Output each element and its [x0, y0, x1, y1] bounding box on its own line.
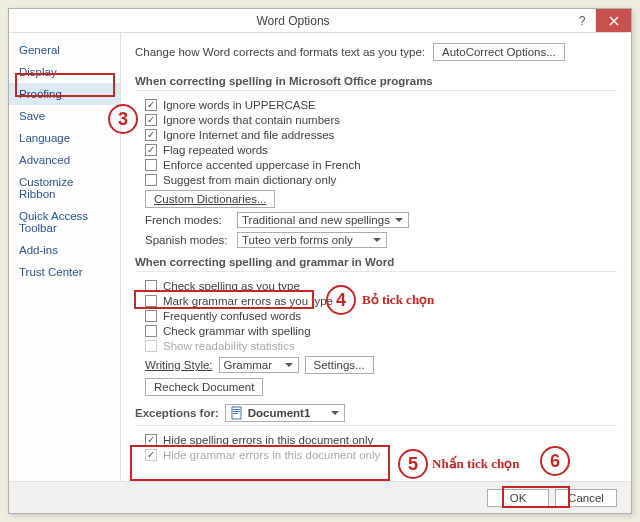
checkbox-icon — [145, 340, 157, 352]
sidebar-item-display[interactable]: Display — [9, 61, 120, 83]
word-options-window: Word Options ? General Display Proofing … — [8, 8, 632, 514]
checkbox-icon — [145, 310, 157, 322]
checkbox-icon — [145, 99, 157, 111]
writing-style-select[interactable]: Grammar — [219, 357, 299, 373]
section2-title: When correcting spelling and grammar in … — [135, 256, 617, 272]
custom-dictionaries-button[interactable]: Custom Dictionaries... — [145, 190, 275, 208]
close-button[interactable] — [595, 9, 631, 32]
document-icon — [230, 406, 244, 420]
french-modes-select[interactable]: Traditional and new spellings — [237, 212, 409, 228]
spanish-modes-row: Spanish modes: Tuteo verb forms only — [145, 232, 617, 248]
sidebar-item-qat[interactable]: Quick Access Toolbar — [9, 205, 120, 239]
dialog-body: General Display Proofing Save Language A… — [9, 33, 631, 481]
spanish-modes-label: Spanish modes: — [145, 234, 231, 246]
sidebar-item-proofing[interactable]: Proofing — [9, 83, 120, 105]
check-hide-grammar-doc: Hide grammar errors in this document onl… — [145, 449, 617, 461]
settings-button[interactable]: Settings... — [305, 356, 374, 374]
exceptions-for-select[interactable]: Document1 — [225, 404, 345, 422]
writing-style-row: Writing Style: Grammar Settings... — [145, 356, 617, 374]
check-mark-grammar[interactable]: Mark grammar errors as you type — [145, 295, 617, 307]
checkbox-icon — [145, 325, 157, 337]
checkbox-icon — [145, 144, 157, 156]
checkbox-icon — [145, 449, 157, 461]
french-modes-label: French modes: — [145, 214, 231, 226]
content-pane: Change how Word corrects and formats tex… — [121, 33, 631, 481]
sidebar-item-advanced[interactable]: Advanced — [9, 149, 120, 171]
check-hide-spelling-doc[interactable]: Hide spelling errors in this document on… — [145, 434, 617, 446]
sidebar: General Display Proofing Save Language A… — [9, 33, 121, 481]
recheck-document-button[interactable]: Recheck Document — [145, 378, 263, 396]
checkbox-icon — [145, 114, 157, 126]
check-confused-words[interactable]: Frequently confused words — [145, 310, 617, 322]
check-readability: Show readability statistics — [145, 340, 617, 352]
svg-rect-3 — [233, 409, 240, 410]
check-ignore-numbers[interactable]: Ignore words that contain numbers — [145, 114, 617, 126]
section3-title: Exceptions for: Document1 — [135, 404, 617, 426]
checkbox-icon — [145, 434, 157, 446]
check-accented-french[interactable]: Enforce accented uppercase in French — [145, 159, 617, 171]
sidebar-item-customize-ribbon[interactable]: Customize Ribbon — [9, 171, 120, 205]
checkbox-icon — [145, 280, 157, 292]
checkbox-icon — [145, 174, 157, 186]
cancel-button[interactable]: Cancel — [555, 489, 617, 507]
check-ignore-uppercase[interactable]: Ignore words in UPPERCASE — [145, 99, 617, 111]
autocorrect-row: Change how Word corrects and formats tex… — [135, 43, 617, 61]
window-controls: ? — [569, 9, 631, 32]
titlebar: Word Options ? — [9, 9, 631, 33]
section1-title: When correcting spelling in Microsoft Of… — [135, 75, 617, 91]
checkbox-icon — [145, 159, 157, 171]
sidebar-item-save[interactable]: Save — [9, 105, 120, 127]
checkbox-icon — [145, 295, 157, 307]
sidebar-item-addins[interactable]: Add-ins — [9, 239, 120, 261]
check-flag-repeated[interactable]: Flag repeated words — [145, 144, 617, 156]
check-grammar-spelling[interactable]: Check grammar with spelling — [145, 325, 617, 337]
svg-rect-5 — [233, 413, 238, 414]
spanish-modes-select[interactable]: Tuteo verb forms only — [237, 232, 387, 248]
window-title: Word Options — [17, 14, 569, 28]
check-main-dictionary[interactable]: Suggest from main dictionary only — [145, 174, 617, 186]
close-icon — [609, 16, 619, 26]
autocorrect-options-button[interactable]: AutoCorrect Options... — [433, 43, 565, 61]
help-icon[interactable]: ? — [569, 9, 595, 32]
writing-style-label: Writing Style: — [145, 359, 213, 371]
check-ignore-internet[interactable]: Ignore Internet and file addresses — [145, 129, 617, 141]
svg-rect-4 — [233, 411, 240, 412]
check-spelling-as-type[interactable]: Check spelling as you type — [145, 280, 617, 292]
autocorrect-intro: Change how Word corrects and formats tex… — [135, 46, 425, 58]
ok-button[interactable]: OK — [487, 489, 549, 507]
sidebar-item-trust-center[interactable]: Trust Center — [9, 261, 120, 283]
french-modes-row: French modes: Traditional and new spelli… — [145, 212, 617, 228]
checkbox-icon — [145, 129, 157, 141]
dialog-footer: OK Cancel — [9, 481, 631, 513]
sidebar-item-general[interactable]: General — [9, 39, 120, 61]
sidebar-item-language[interactable]: Language — [9, 127, 120, 149]
